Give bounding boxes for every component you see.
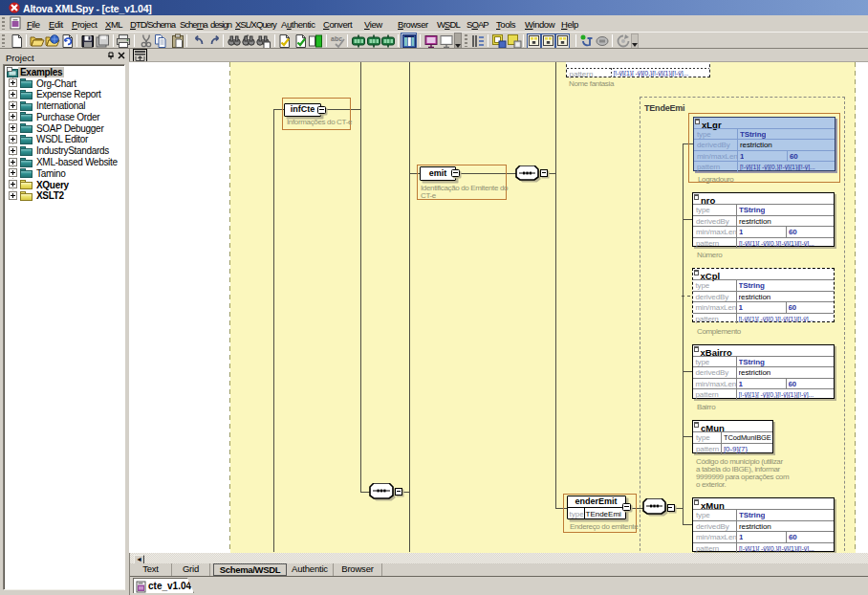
svg-text:abc: abc (331, 35, 342, 42)
